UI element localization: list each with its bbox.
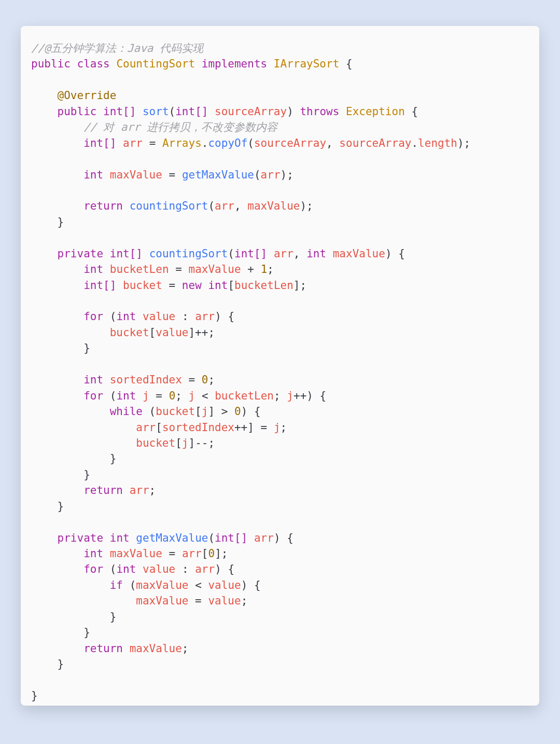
comment-line: //@五分钟学算法：Java 代码实现: [31, 42, 203, 54]
fn-copyof: copyOf: [208, 137, 247, 149]
var-maxvalue: maxValue: [110, 169, 162, 181]
brace: {: [346, 58, 353, 70]
annotation-override: @Override: [58, 89, 117, 102]
var-value: value: [143, 310, 175, 323]
kw-public: public: [58, 105, 97, 118]
var-sortedindex: sortedIndex: [110, 374, 182, 386]
fn-getmaxvalue: getMaxValue: [136, 532, 208, 544]
fn-getmaxvalue: getMaxValue: [182, 169, 254, 181]
type-int-arr: int[]: [103, 105, 136, 118]
kw-return: return: [83, 200, 123, 212]
kw-implements: implements: [202, 58, 267, 70]
num-one: 1: [261, 263, 268, 275]
iface-name: IArraySort: [274, 58, 339, 70]
comment-line: // 对 arr 进行拷贝，不改变参数内容: [83, 121, 277, 133]
kw-if: if: [110, 579, 123, 591]
var-j: j: [143, 390, 149, 402]
prop-length: length: [418, 137, 457, 149]
fn-countingsort: countingSort: [149, 247, 228, 260]
fn-sort: sort: [143, 105, 169, 118]
class-name: CountingSort: [116, 58, 195, 70]
type-exception: Exception: [346, 105, 405, 118]
var-arr: arr: [123, 137, 143, 149]
code-card: //@五分钟学算法：Java 代码实现 public class Countin…: [21, 26, 539, 706]
type-int-arr: int[]: [175, 105, 208, 118]
kw-for: for: [83, 310, 103, 323]
kw-throws: throws: [300, 105, 339, 118]
kw-class: class: [77, 58, 110, 70]
kw-while: while: [110, 405, 143, 418]
num-zero: 0: [202, 374, 208, 386]
kw-private: private: [58, 247, 104, 260]
kw-public: public: [31, 58, 71, 70]
kw-new: new: [182, 279, 202, 292]
var-bucketlen: bucketLen: [110, 263, 169, 275]
class-arrays: Arrays: [162, 137, 202, 149]
type-int: int: [83, 169, 103, 181]
code-block: //@五分钟学算法：Java 代码实现 public class Countin…: [31, 40, 529, 704]
param-sourceArray: sourceArray: [215, 105, 287, 118]
var-bucket: bucket: [123, 279, 162, 292]
fn-countingsort: countingSort: [130, 200, 208, 212]
